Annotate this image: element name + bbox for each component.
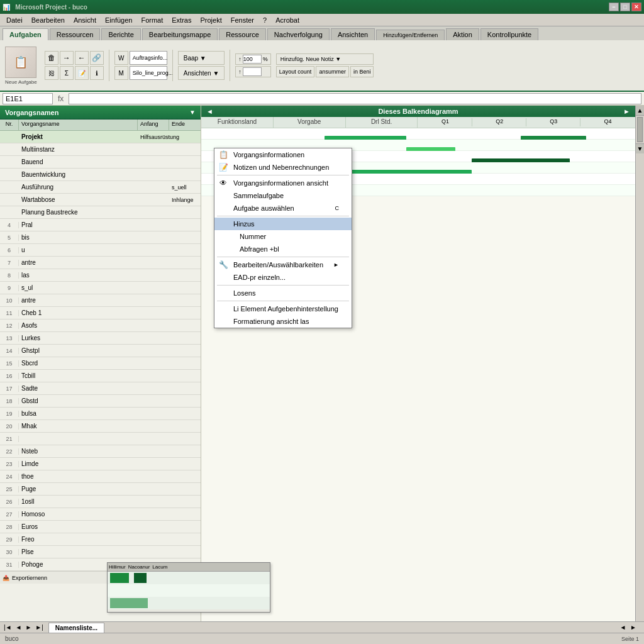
ctx-item-ansicht[interactable]: 👁 Vorgangsinformationen ansicht xyxy=(214,177,352,189)
menu-einfuegen[interactable]: Einfügen xyxy=(101,15,136,25)
tab-nachverfolgung[interactable]: Nachverfolgung xyxy=(267,28,330,40)
menu-help[interactable]: ? xyxy=(259,15,270,25)
ribbon-input-2[interactable]: Silo_line_prog... xyxy=(130,66,167,80)
ctx-item-losens[interactable]: Losens xyxy=(214,287,352,299)
ribbon-btn-new-task[interactable]: 📋 xyxy=(5,47,36,78)
tab-ressourcen[interactable]: Ressourcen xyxy=(50,28,101,40)
task-row-30[interactable]: 27 Homoso xyxy=(0,508,201,521)
sheet-nav-prev[interactable]: ◄ xyxy=(14,623,23,632)
task-row-28[interactable]: 25 Puge xyxy=(0,483,201,496)
task-row-33[interactable]: 30 Plse xyxy=(0,546,201,558)
gantt-nav-right[interactable]: ► xyxy=(623,108,630,115)
ribbon-btn-info[interactable]: ℹ xyxy=(90,66,104,80)
menu-bearbeiten[interactable]: Bearbeiten xyxy=(28,15,69,25)
task-row-1[interactable]: Multiinstanz xyxy=(0,143,201,156)
maximize-button[interactable]: □ xyxy=(620,3,630,11)
gantt-nav-left[interactable]: ◄ xyxy=(206,108,213,115)
ribbon-btn-summary[interactable]: Σ xyxy=(60,66,74,80)
task-row-6[interactable]: Planung Baustrecke xyxy=(0,206,201,219)
task-row-projekt[interactable]: Projekt Hilfsausrüstung xyxy=(0,131,201,143)
task-row-27[interactable]: 24 thoe xyxy=(0,470,201,483)
minimize-button[interactable]: − xyxy=(609,3,619,11)
name-box[interactable] xyxy=(3,93,53,104)
task-row-23[interactable]: 20 Mhak xyxy=(0,420,201,433)
ribbon-btn-link[interactable]: 🔗 xyxy=(90,51,104,65)
menu-format[interactable]: Format xyxy=(137,15,167,25)
task-row-2[interactable]: Bauend xyxy=(0,156,201,169)
task-row-24[interactable]: 21 xyxy=(0,433,201,445)
task-row-10[interactable]: 7 antre xyxy=(0,257,201,269)
tab-kontrollpunkte[interactable]: Kontrollpunkte xyxy=(480,28,538,40)
task-row-16[interactable]: 13 Lurkes xyxy=(0,332,201,345)
task-row-25[interactable]: 22 Nsteb xyxy=(0,445,201,458)
menu-acrobat[interactable]: Acrobat xyxy=(272,15,303,25)
scroll-down-button[interactable]: ▼ xyxy=(636,143,644,153)
ribbon-extra-btn4[interactable]: in Beni xyxy=(350,66,374,77)
menu-ansicht[interactable]: Ansicht xyxy=(70,15,100,25)
task-row-8[interactable]: 5 bis xyxy=(0,231,201,244)
task-row-9[interactable]: 6 u xyxy=(0,244,201,257)
ctx-item-vorgangsinformationen[interactable]: 📋 Vorgangsinformationen xyxy=(214,148,352,161)
ribbon-btn-unlink[interactable]: ⛓ xyxy=(45,66,58,80)
task-row-13[interactable]: 10 antre xyxy=(0,294,201,307)
ribbon-btn-indent[interactable]: → xyxy=(60,51,74,65)
task-row-22[interactable]: 19 bulsa xyxy=(0,408,201,420)
sheet-nav-first[interactable]: |◄ xyxy=(3,623,13,632)
sheet-nav-last[interactable]: ►| xyxy=(34,623,45,632)
ribbon-btn-w[interactable]: W xyxy=(114,51,128,65)
ribbon-btn-delete[interactable]: 🗑 xyxy=(45,51,58,65)
ctx-item-formatierung[interactable]: Formatierung ansicht las xyxy=(214,315,352,328)
menu-fenster[interactable]: Fenster xyxy=(227,15,258,25)
close-button[interactable]: ✕ xyxy=(631,3,641,11)
tab-berichte[interactable]: Berichte xyxy=(101,28,140,40)
task-row-12[interactable]: 9 s_ul xyxy=(0,282,201,294)
tab-aufgaben[interactable]: Aufgaben xyxy=(3,28,48,40)
menu-datei[interactable]: Datei xyxy=(3,15,26,25)
ribbon-extra-btn1[interactable]: Hinzufüg. Neue Notiz ▼ xyxy=(276,53,374,65)
ribbon-btn-outdent[interactable]: ← xyxy=(75,51,89,65)
tab-ansichten[interactable]: Ansichten xyxy=(331,28,375,40)
task-row-5[interactable]: Wartabbose Inhlange xyxy=(0,194,201,206)
task-row-4[interactable]: Ausführung s_uell xyxy=(0,181,201,194)
ribbon-btn-notes[interactable]: 📝 xyxy=(75,66,89,80)
scroll-thumb[interactable] xyxy=(637,117,643,142)
tab-ressource2[interactable]: Ressource xyxy=(219,28,266,40)
ribbon-btn-baap[interactable]: Baap ▼ xyxy=(178,51,225,65)
ctx-item-hinzus[interactable]: Hinzus xyxy=(214,218,352,230)
ctx-item-notes[interactable]: 📝 Notizen und Nebenrechnungen xyxy=(214,161,352,174)
task-row-29[interactable]: 26 1osll xyxy=(0,496,201,508)
task-row-31[interactable]: 28 Euros xyxy=(0,521,201,533)
tab-hinzufuegen[interactable]: Hinzufügen/Entfernen xyxy=(376,30,445,40)
task-row-15[interactable]: 12 Asofs xyxy=(0,319,201,332)
tab-aktion[interactable]: Aktion xyxy=(446,28,479,40)
task-row-26[interactable]: 23 Limde xyxy=(0,458,201,470)
tab-bearbeitungsmappe[interactable]: Bearbeitungsmappe xyxy=(142,28,218,40)
task-row-17[interactable]: 14 Ghstpl xyxy=(0,345,201,357)
ribbon-number-input2[interactable] xyxy=(243,67,262,76)
ctx-item-aufgabe[interactable]: Aufgabe auswählen C xyxy=(214,202,352,214)
menu-projekt[interactable]: Projekt xyxy=(196,15,225,25)
task-row-7[interactable]: 4 Pral xyxy=(0,219,201,231)
task-row-20[interactable]: 17 Sadte xyxy=(0,382,201,395)
ctx-item-nummer[interactable]: Nummer xyxy=(214,230,352,243)
ctx-item-ead[interactable]: EAD-pr einzeln... xyxy=(214,271,352,284)
sheet-nav-next[interactable]: ► xyxy=(24,623,33,632)
ctx-item-sammel[interactable]: Sammelaufgabe xyxy=(214,189,352,202)
menu-extras[interactable]: Extras xyxy=(168,15,195,25)
task-row-11[interactable]: 8 las xyxy=(0,269,201,282)
formula-input[interactable] xyxy=(69,93,641,104)
ribbon-extra-btn3[interactable]: ansummer xyxy=(316,66,349,77)
scroll-right[interactable]: ► xyxy=(630,624,636,631)
task-row-19[interactable]: 16 Tcbill xyxy=(0,370,201,382)
ribbon-btn-filter[interactable]: Ansichten ▼ xyxy=(178,66,225,80)
ctx-item-element[interactable]: Li Element Aufgebenhinterstellung xyxy=(214,303,352,315)
task-row-18[interactable]: 15 Sbcrd xyxy=(0,357,201,370)
ctx-item-abfragen[interactable]: Abfragen +bl xyxy=(214,243,352,255)
vertical-scrollbar[interactable]: ▲ ▼ xyxy=(635,106,644,621)
task-row-3[interactable]: Bauentwicklung xyxy=(0,169,201,181)
ribbon-extra-btn2[interactable]: Layout count xyxy=(276,66,315,77)
ribbon-btn-m[interactable]: M xyxy=(114,66,128,80)
task-row-14[interactable]: 11 Cheb 1 xyxy=(0,307,201,319)
ribbon-input-1[interactable]: Auftragsinfo... xyxy=(130,51,167,65)
scroll-up-button[interactable]: ▲ xyxy=(636,106,644,116)
